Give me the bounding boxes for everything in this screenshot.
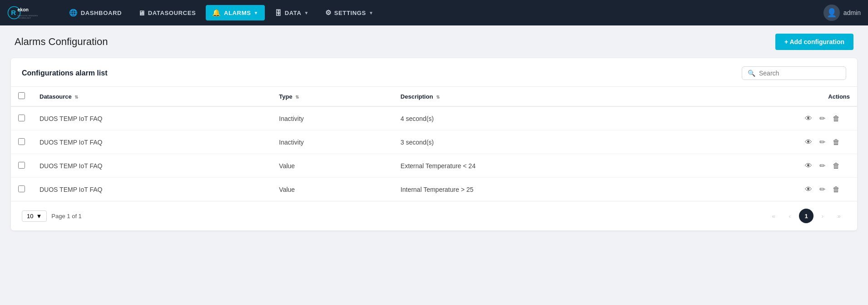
edit-button[interactable]: ✏ <box>818 137 826 147</box>
avatar: 👤 <box>823 5 840 21</box>
delete-button[interactable]: 🗑 <box>832 185 841 195</box>
row-description: External Temperature < 24 <box>393 154 670 178</box>
row-checkbox[interactable] <box>18 185 25 192</box>
data-chevron-icon: ▼ <box>304 10 309 15</box>
search-icon: 🔍 <box>748 70 755 77</box>
logo: R ekon WIRELESS SENSORS TECHNOLOGY <box>7 5 48 21</box>
view-button[interactable]: 👁 <box>804 137 813 147</box>
page-1-button[interactable]: 1 <box>799 209 813 223</box>
nav-label-alarms: ALARMS <box>224 10 251 16</box>
row-type: Inactivity <box>272 106 393 130</box>
edit-button[interactable]: ✏ <box>818 160 826 171</box>
page-title: Alarms Configuration <box>15 36 108 48</box>
page-header: Alarms Configuration + Add configuration <box>0 25 868 58</box>
card-title: Configurations alarm list <box>22 69 107 77</box>
datasources-icon: 🖥 <box>138 9 145 17</box>
alarms-icon: 🔔 <box>212 9 221 17</box>
col-actions: Actions <box>670 87 857 107</box>
search-input[interactable] <box>759 70 840 77</box>
col-datasource: Datasource ⇅ <box>32 87 272 107</box>
row-type: Value <box>272 154 393 178</box>
last-page-button[interactable]: » <box>832 209 846 223</box>
alarm-table: Datasource ⇅ Type ⇅ Description ⇅ Action… <box>11 86 857 201</box>
nav-item-dashboard[interactable]: 🌐 DASHBOARD <box>63 5 128 20</box>
view-button[interactable]: 👁 <box>804 114 813 124</box>
nav-label-datasources: DATASOURCES <box>148 10 196 16</box>
row-checkbox-cell <box>11 154 32 178</box>
per-page-chevron-icon: ▼ <box>36 213 42 220</box>
actions-group: 👁 ✏ 🗑 <box>678 137 850 147</box>
row-type: Value <box>272 178 393 201</box>
actions-group: 👁 ✏ 🗑 <box>678 184 850 195</box>
col-description: Description ⇅ <box>393 87 670 107</box>
data-icon: 🗄 <box>275 9 282 17</box>
svg-text:TECHNOLOGY: TECHNOLOGY <box>18 17 31 19</box>
row-checkbox-cell <box>11 106 32 130</box>
description-sort-icon[interactable]: ⇅ <box>436 95 440 100</box>
edit-button[interactable]: ✏ <box>818 184 826 195</box>
add-configuration-button[interactable]: + Add configuration <box>775 34 853 50</box>
nav-username: admin <box>843 9 861 16</box>
nav-item-data[interactable]: 🗄 DATA ▼ <box>268 5 315 20</box>
settings-icon: ⚙ <box>325 9 332 17</box>
actions-group: 👁 ✏ 🗑 <box>678 160 850 171</box>
view-button[interactable]: 👁 <box>804 185 813 195</box>
alarms-chevron-icon: ▼ <box>253 10 258 15</box>
select-all-cell <box>11 87 32 107</box>
nav-item-datasources[interactable]: 🖥 DATASOURCES <box>132 5 202 20</box>
next-page-button[interactable]: › <box>815 209 830 223</box>
row-checkbox[interactable] <box>18 138 25 145</box>
nav-item-settings[interactable]: ⚙ SETTINGS ▼ <box>319 5 380 20</box>
view-button[interactable]: 👁 <box>804 161 813 171</box>
nav-label-settings: SETTINGS <box>334 10 366 16</box>
nav-label-dashboard: DASHBOARD <box>81 10 122 16</box>
first-page-button[interactable]: « <box>766 209 781 223</box>
row-datasource: DUOS TEMP IoT FAQ <box>32 178 272 201</box>
row-checkbox-cell <box>11 178 32 201</box>
row-actions-cell: 👁 ✏ 🗑 <box>670 154 857 178</box>
table-row: DUOS TEMP IoT FAQ Inactivity 3 second(s)… <box>11 130 857 154</box>
datasource-sort-icon[interactable]: ⇅ <box>74 95 78 100</box>
row-actions-cell: 👁 ✏ 🗑 <box>670 178 857 201</box>
prev-page-button[interactable]: ‹ <box>783 209 797 223</box>
dashboard-icon: 🌐 <box>69 9 78 17</box>
row-checkbox-cell <box>11 130 32 154</box>
per-page-select[interactable]: 10 ▼ <box>22 210 47 222</box>
select-all-checkbox[interactable] <box>18 92 25 99</box>
search-box[interactable]: 🔍 <box>742 66 846 80</box>
row-checkbox[interactable] <box>18 115 25 121</box>
delete-button[interactable]: 🗑 <box>832 114 841 124</box>
nav-user[interactable]: 👤 admin <box>823 5 861 21</box>
row-type: Inactivity <box>272 130 393 154</box>
svg-text:R: R <box>11 9 16 16</box>
col-actions-label: Actions <box>828 93 850 100</box>
per-page-value: 10 <box>27 213 33 220</box>
actions-group: 👁 ✏ 🗑 <box>678 113 850 124</box>
row-datasource: DUOS TEMP IoT FAQ <box>32 154 272 178</box>
row-checkbox[interactable] <box>18 162 25 169</box>
row-actions-cell: 👁 ✏ 🗑 <box>670 106 857 130</box>
alarm-list-card: Configurations alarm list 🔍 Datasource ⇅… <box>11 58 857 230</box>
row-datasource: DUOS TEMP IoT FAQ <box>32 130 272 154</box>
delete-button[interactable]: 🗑 <box>832 161 841 171</box>
settings-chevron-icon: ▼ <box>369 10 374 15</box>
row-actions-cell: 👁 ✏ 🗑 <box>670 130 857 154</box>
table-row: DUOS TEMP IoT FAQ Value External Tempera… <box>11 154 857 178</box>
per-page-section: 10 ▼ Page 1 of 1 <box>22 210 82 222</box>
nav-label-data: DATA <box>285 10 302 16</box>
svg-text:WIRELESS SENSORS: WIRELESS SENSORS <box>18 15 38 17</box>
nav-item-alarms[interactable]: 🔔 ALARMS ▼ <box>206 5 265 20</box>
type-sort-icon[interactable]: ⇅ <box>295 95 299 100</box>
row-description: Internal Temperature > 25 <box>393 178 670 201</box>
row-description: 3 second(s) <box>393 130 670 154</box>
col-description-label: Description <box>401 93 433 100</box>
row-datasource: DUOS TEMP IoT FAQ <box>32 106 272 130</box>
col-type: Type ⇅ <box>272 87 393 107</box>
col-type-label: Type <box>279 93 292 100</box>
navbar: R ekon WIRELESS SENSORS TECHNOLOGY 🌐 DAS… <box>0 0 868 25</box>
page-info: Page 1 of 1 <box>51 213 82 220</box>
delete-button[interactable]: 🗑 <box>832 137 841 147</box>
svg-text:ekon: ekon <box>18 7 29 12</box>
edit-button[interactable]: ✏ <box>818 113 826 124</box>
pagination-controls: « ‹ 1 › » <box>766 209 846 223</box>
